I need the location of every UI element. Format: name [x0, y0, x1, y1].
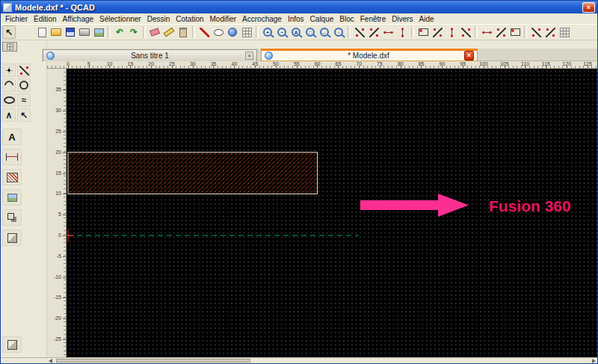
- selection-pointer-button[interactable]: ↖: [2, 25, 16, 39]
- paste-icon: [179, 28, 187, 37]
- menu-item-infos[interactable]: Infos: [285, 15, 307, 23]
- image-tool[interactable]: [2, 189, 22, 206]
- menu-item-modifier[interactable]: Modifier: [207, 15, 240, 23]
- menu-item-cotation[interactable]: Cotation: [173, 15, 206, 23]
- copy-button[interactable]: [162, 25, 176, 39]
- zoom-out-button[interactable]: −: [275, 25, 289, 39]
- zoom-redraw-button[interactable]: ◦: [332, 25, 345, 39]
- select-tool[interactable]: ↖: [17, 108, 31, 122]
- scrollbar-thumb[interactable]: [56, 359, 250, 363]
- title-bar[interactable]: Modele.dxf * - QCAD ×: [1, 1, 597, 13]
- print-button[interactable]: [78, 25, 91, 39]
- menu-item-fenetre[interactable]: Fenêtre: [357, 15, 389, 23]
- line-bisector-button[interactable]: [445, 25, 458, 39]
- menu-item-accrochage[interactable]: Accrochage: [239, 15, 285, 23]
- cad-tool-palette: ≈∧↖ A: [1, 40, 47, 359]
- h-ruler-label: 110: [521, 61, 529, 69]
- export-image-button[interactable]: [92, 25, 105, 39]
- point-tool[interactable]: [2, 64, 16, 77]
- line-tool[interactable]: [17, 64, 31, 77]
- undo-button[interactable]: ↶: [113, 25, 126, 39]
- line-vertical-button[interactable]: [395, 25, 409, 39]
- tab-close-icon[interactable]: ×: [245, 52, 253, 60]
- menu-item-selectionner[interactable]: Sélectionner: [96, 15, 144, 23]
- line-horizontal-button[interactable]: [381, 25, 395, 39]
- hatch-tool[interactable]: [2, 169, 22, 185]
- solid-3d-tool[interactable]: [2, 229, 22, 246]
- line-parallel-button[interactable]: [431, 25, 444, 39]
- zoom-out-icon: −: [277, 28, 286, 37]
- dimension-tool[interactable]: [2, 149, 22, 165]
- tab-sans-titre-1[interactable]: Sans titre 1 ×: [43, 49, 257, 61]
- menu-item-edition[interactable]: Édition: [31, 15, 60, 23]
- tab-label: Sans titre 1: [57, 52, 243, 60]
- library-browser-tool[interactable]: [2, 336, 22, 353]
- new-file-button[interactable]: [35, 25, 49, 39]
- spline-tool[interactable]: ≈: [17, 93, 31, 107]
- redo-button[interactable]: ↷: [127, 25, 141, 39]
- open-file-icon: [51, 28, 61, 36]
- horizontal-ruler: 0510152025303540455055606570758085909510…: [47, 61, 597, 69]
- ellipse-tool[interactable]: [2, 93, 16, 107]
- cut-button[interactable]: [148, 25, 161, 39]
- zoom-auto-button[interactable]: A: [289, 25, 303, 39]
- line-two-points-button[interactable]: [353, 25, 366, 39]
- h-ruler-label: 35: [211, 61, 217, 69]
- tab-close-icon[interactable]: ×: [464, 51, 474, 61]
- line-tangent-icon: [461, 28, 471, 37]
- zoom-window-button[interactable]: □: [303, 25, 317, 39]
- cad-toolbar-menu-button[interactable]: [2, 42, 17, 52]
- h-ruler-label: 45: [252, 61, 258, 69]
- snap-grid-button[interactable]: [558, 25, 571, 39]
- menu-item-calque[interactable]: Calque: [307, 15, 337, 23]
- menu-item-affichage[interactable]: Affichage: [60, 15, 97, 23]
- horizontal-scrollbar[interactable]: [1, 357, 597, 363]
- menu-item-aide[interactable]: Aide: [416, 15, 437, 23]
- toolbar-separator: [475, 26, 478, 38]
- line-polygon-button[interactable]: [508, 25, 522, 39]
- circle-tool[interactable]: [17, 78, 31, 92]
- save-file-button[interactable]: [64, 25, 77, 39]
- vertical-ruler: 35302520151050-5-10-15-20-25-30: [47, 69, 67, 359]
- window-close-button[interactable]: ×: [582, 2, 595, 13]
- block-tool[interactable]: [2, 209, 22, 226]
- menu-item-dessin[interactable]: Dessin: [144, 15, 173, 23]
- zoom-previous-button[interactable]: ↔: [318, 25, 331, 39]
- menu-item-fichier[interactable]: Fichier: [2, 15, 31, 23]
- line-tangent-button[interactable]: [459, 25, 472, 39]
- open-file-button[interactable]: [49, 25, 63, 39]
- line-angle-icon: [369, 28, 379, 37]
- ellipse-template-button[interactable]: [212, 25, 225, 39]
- line-relative-angle-button[interactable]: [494, 25, 508, 39]
- app-icon: [3, 3, 12, 12]
- pen-color-button[interactable]: [197, 25, 211, 39]
- line-two-points-icon: [355, 28, 365, 37]
- ellipse-tool-icon: [4, 96, 15, 104]
- line-rectangle-button[interactable]: [416, 25, 430, 39]
- library-browser-tool-icon: [7, 340, 17, 350]
- tab-modele-dxf[interactable]: * Modele.dxf ×: [261, 49, 478, 61]
- menu-item-divers[interactable]: Divers: [389, 15, 416, 23]
- menu-item-bloc[interactable]: Bloc: [336, 15, 357, 23]
- paste-button[interactable]: [176, 25, 190, 39]
- line-horizontal-icon: [383, 28, 393, 37]
- line-orthogonal-button[interactable]: [480, 25, 493, 39]
- h-ruler-label: 125: [583, 61, 592, 69]
- arc-tool[interactable]: [2, 78, 16, 92]
- zoom-in-button[interactable]: +: [261, 25, 274, 39]
- line-angle-button[interactable]: [367, 25, 380, 39]
- scroll-right-icon[interactable]: [592, 359, 596, 363]
- text-tool[interactable]: A: [2, 129, 22, 145]
- export-image-icon: [94, 28, 104, 37]
- line-freehand-button[interactable]: [529, 25, 543, 39]
- drawing-canvas[interactable]: Fusion 360: [67, 69, 598, 359]
- scroll-left-icon[interactable]: [49, 359, 52, 363]
- document-tab-bar: Sans titre 1 × * Modele.dxf ×: [42, 49, 597, 61]
- hatched-rectangle-entity[interactable]: [68, 152, 318, 194]
- grid-toggle-button[interactable]: [240, 25, 253, 39]
- arc-tangent-icon: [546, 28, 555, 37]
- qcad-window: Modele.dxf * - QCAD × FichierÉditionAffi…: [0, 0, 598, 364]
- render-sphere-button[interactable]: [226, 25, 239, 39]
- arc-tangent-button[interactable]: [543, 25, 557, 39]
- polyline-tool[interactable]: ∧: [2, 108, 16, 122]
